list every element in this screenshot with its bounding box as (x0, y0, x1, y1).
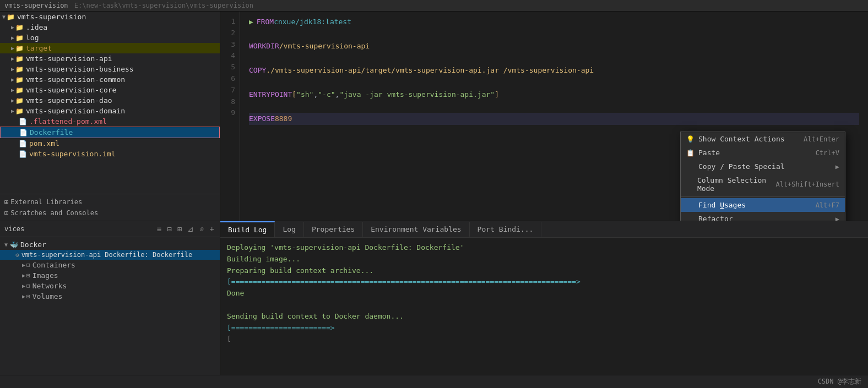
tree-business[interactable]: ▶ 📁 vmts-supervision-business (0, 64, 220, 74)
tree-pom[interactable]: 📄 pom.xml (0, 138, 220, 149)
context-menu: 💡 Show Context Actions Alt+Enter 📋 Paste… (680, 132, 845, 221)
ctx-column-shortcut: Alt+Shift+Insert (775, 181, 839, 188)
ctx-sep-1 (681, 196, 845, 197)
dao-label: vmts-supervision-dao (26, 96, 112, 105)
tree-root[interactable]: ▼ 📁 vmts-supervision (0, 12, 220, 22)
copy-value: ./vmts-supervision-api/target/vmts-super… (266, 65, 594, 76)
services-title: vices (4, 225, 156, 233)
pom-label: pom.xml (29, 139, 59, 147)
ctx-find-label: Find Usages (698, 201, 746, 209)
log-text-4: [=======================================… (227, 276, 581, 288)
images-item[interactable]: ▶ ⊟ Images (0, 270, 220, 281)
dockerfile-service[interactable]: ⚙ vmts-supervision-api Dockerfile: Docke… (0, 250, 220, 260)
code-line-2 (249, 28, 859, 40)
tree-dockerfile[interactable]: 📄 Dockerfile (0, 127, 220, 138)
dockerfile-label: Dockerfile (30, 128, 73, 136)
ext-lib-label: External Libraries (10, 198, 82, 206)
containers-icon: ⊟ (26, 261, 30, 269)
external-libraries[interactable]: ⊞ External Libraries (0, 196, 220, 207)
toolbar-sort-btn[interactable]: ≡ (156, 223, 162, 234)
ctx-column-label: Column Selection Mode (697, 176, 776, 193)
common-label: vmts-supervision-common (26, 75, 125, 84)
idea-label: .idea (26, 23, 47, 31)
code-line-4 (249, 52, 859, 64)
log-arrow: ▶ (11, 35, 14, 41)
networks-item[interactable]: ▶ ⊟ Networks (0, 281, 220, 291)
tree-domain[interactable]: ▶ 📁 vmts-supervision-domain (0, 106, 220, 116)
ctx-find-usages[interactable]: Find Usages Alt+F7 (681, 198, 845, 212)
services-panel: vices ≡ ⊟ ⊞ ⊿ ⌕ + ▼ 🐳 Docker ⚙ (0, 221, 220, 375)
ctx-show-shortcut: Alt+Enter (804, 135, 839, 143)
target-arrow: ▶ (11, 45, 14, 51)
business-label: vmts-supervision-business (26, 65, 134, 73)
ctx-copy-special[interactable]: Copy / Paste Special ▶ (681, 160, 845, 173)
toolbar-search-btn[interactable]: ⌕ (198, 223, 205, 234)
toolbar-collapse-btn[interactable]: ⊟ (166, 223, 172, 234)
containers-arrow: ▶ (22, 262, 25, 268)
volumes-item[interactable]: ▶ ⊟ Volumes (0, 291, 220, 302)
ctx-paste[interactable]: 📋 Paste Ctrl+V (681, 146, 845, 160)
tree-api[interactable]: ▶ 📁 vmts-supervision-api (0, 53, 220, 64)
ctx-copy-label: Copy / Paste Special (698, 162, 785, 171)
entrypoint-val1: "sh" (296, 89, 313, 101)
business-icon: 📁 (15, 65, 24, 73)
volumes-arrow: ▶ (22, 293, 25, 299)
code-line-5: COPY ./vmts-supervision-api/target/vmts-… (249, 64, 859, 76)
networks-icon: ⊟ (26, 282, 30, 289)
tree-iml[interactable]: 📄 vmts-supervision.iml (0, 149, 220, 159)
log-text-2: Building image... (227, 254, 300, 265)
tab-log[interactable]: Log (275, 222, 303, 237)
toolbar-group-btn[interactable]: ⊞ (176, 223, 183, 234)
ep-bracket-close: ] (495, 89, 499, 101)
containers-item[interactable]: ▶ ⊟ Containers (0, 260, 220, 270)
ext-lib-icon: ⊞ (4, 198, 8, 206)
tab-properties[interactable]: Properties (304, 222, 363, 237)
log-tabs: Build Log Log Properties Environment Var… (220, 221, 868, 238)
tab-port-binding[interactable]: Port Bindi... (470, 222, 542, 237)
dockerfile-service-icon: ⚙ (15, 252, 19, 259)
docker-group[interactable]: ▼ 🐳 Docker (0, 239, 220, 250)
sidebar: ▼ 📁 vmts-supervision ▶ 📁 .idea ▶ 📁 log ▶ (0, 12, 220, 221)
tab-env-vars-label: Environment Variables (371, 225, 461, 233)
ctx-paste-label: Paste (698, 149, 720, 157)
dao-arrow: ▶ (11, 97, 14, 103)
project-title: vmts-supervision (4, 2, 68, 9)
log-line-8: [=======================> (227, 323, 861, 334)
log-text-1: Deploying 'vmts-supervision-api Dockerfi… (227, 242, 464, 254)
docker-icon: 🐳 (10, 241, 18, 249)
ctx-column[interactable]: Column Selection Mode Alt+Shift+Insert (681, 173, 845, 195)
status-text: CSDN @李志新 (818, 377, 861, 386)
toolbar-filter-btn[interactable]: ⊿ (186, 223, 195, 234)
dockerfile-service-label: vmts-supervision-api Dockerfile: Dockerf… (21, 251, 193, 259)
common-arrow: ▶ (11, 76, 14, 83)
ep-comma2: , (335, 89, 340, 101)
code-line-8 (249, 101, 859, 113)
toolbar-add-btn[interactable]: + (209, 223, 215, 234)
domain-arrow: ▶ (11, 108, 14, 114)
tree-target[interactable]: ▶ 📁 target (0, 43, 220, 53)
tree-log[interactable]: ▶ 📁 log (0, 32, 220, 43)
tree-core[interactable]: ▶ 📁 vmts-supervision-core (0, 85, 220, 95)
ctx-show-context[interactable]: 💡 Show Context Actions Alt+Enter (681, 132, 845, 146)
tab-build-log[interactable]: Build Log (220, 221, 275, 237)
tree-common[interactable]: ▶ 📁 vmts-supervision-common (0, 74, 220, 85)
services-tree: ▼ 🐳 Docker ⚙ vmts-supervision-api Docker… (0, 237, 220, 375)
target-icon: 📁 (15, 45, 24, 52)
core-label: vmts-supervision-core (26, 86, 116, 94)
containers-label: Containers (32, 261, 75, 269)
tab-env-vars[interactable]: Environment Variables (363, 222, 469, 237)
docker-arrow: ▼ (4, 242, 8, 248)
tree-flattened[interactable]: 📄 .flattened-pom.xml (0, 116, 220, 127)
idea-icon: 📁 (15, 24, 24, 31)
bottom-panel: vices ≡ ⊟ ⊞ ⊿ ⌕ + ▼ 🐳 Docker ⚙ (0, 221, 868, 375)
tree-idea[interactable]: ▶ 📁 .idea (0, 22, 220, 32)
scratches-and-consoles[interactable]: ⊡ Scratches and Consoles (0, 207, 220, 218)
tree-dao[interactable]: ▶ 📁 vmts-supervision-dao (0, 95, 220, 106)
services-header: vices ≡ ⊟ ⊞ ⊿ ⌕ + (0, 221, 220, 237)
code-line-6 (249, 76, 859, 89)
domain-label: vmts-supervision-domain (26, 107, 125, 115)
line-numbers: 1 2 3 4 5 6 7 8 9 (220, 12, 240, 221)
networks-arrow: ▶ (22, 283, 25, 289)
ctx-refactor[interactable]: Refactor ▶ (681, 212, 845, 221)
log-text-5: Done (227, 288, 244, 299)
